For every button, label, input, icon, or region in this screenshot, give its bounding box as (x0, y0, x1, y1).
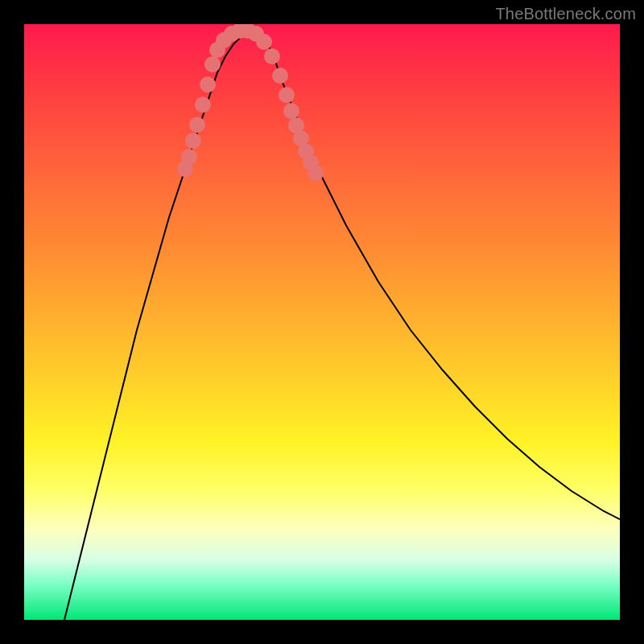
highlight-dot (189, 117, 205, 133)
highlight-dot (200, 76, 216, 93)
highlight-dot (308, 165, 324, 181)
watermark-text: TheBottleneck.com (495, 5, 636, 23)
highlight-dot (204, 56, 221, 72)
highlight-dots (177, 24, 324, 181)
highlight-dot (195, 97, 211, 113)
highlight-dot (256, 34, 272, 50)
highlight-dot (283, 103, 299, 119)
curve-svg (24, 24, 620, 620)
highlight-dot (264, 48, 280, 64)
plot-area (24, 24, 620, 620)
highlight-dot (181, 149, 197, 165)
highlight-dot (279, 87, 295, 103)
bottleneck-curve (64, 32, 620, 620)
highlight-dot (272, 68, 288, 84)
highlight-dot (185, 133, 201, 149)
chart-frame: TheBottleneck.com (0, 0, 644, 644)
